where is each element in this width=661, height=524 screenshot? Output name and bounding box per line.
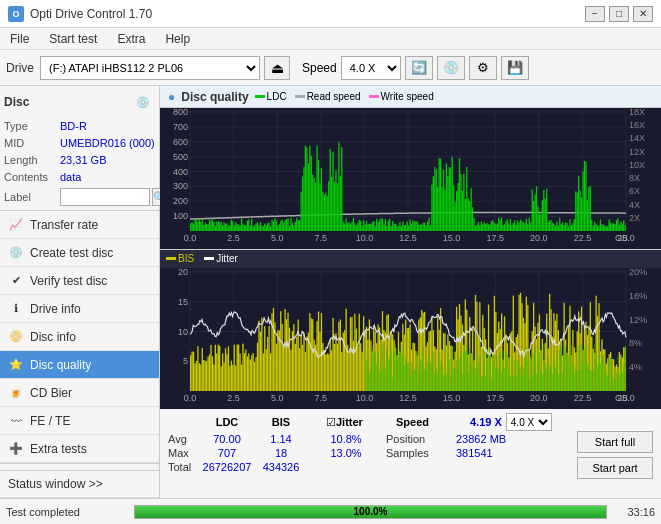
main-area: Disc 💿 Type BD-R MID UMEBDR016 (000) Len… (0, 86, 661, 498)
read-speed-label: Read speed (307, 91, 361, 102)
total-label: Total (168, 461, 198, 473)
progress-text: 100.0% (135, 506, 606, 518)
contents-label: Contents (4, 169, 58, 186)
contents-value: data (60, 169, 81, 186)
legend-read-speed: Read speed (295, 91, 361, 102)
bis-color (166, 257, 176, 260)
top-chart (160, 108, 661, 250)
sidebar-item-create-test[interactable]: 💿 Create test disc (0, 239, 159, 267)
sidebar-item-cd-bier[interactable]: 🍺 CD Bier (0, 379, 159, 407)
status-window-label: Status window >> (8, 477, 103, 491)
ldc-col-header: LDC (198, 416, 256, 428)
sidebar-item-disc-quality[interactable]: ⭐ Disc quality (0, 351, 159, 379)
verify-test-icon: ✔ (8, 273, 24, 289)
disc-title: Disc (4, 95, 29, 109)
max-ldc: 707 (198, 447, 256, 459)
total-ldc: 26726207 (198, 461, 256, 473)
jitter-col-header: Jitter (336, 416, 396, 428)
sidebar-item-label: Transfer rate (30, 218, 98, 232)
stats-table: LDC BIS ☑ Jitter Speed 4.19 X 4.0 X (168, 413, 573, 473)
pos-label: Position (386, 433, 456, 445)
disc-icon[interactable]: 💿 (131, 90, 155, 114)
ldc-chart-canvas (160, 108, 661, 249)
samples-label: Samples (386, 447, 456, 459)
bis-label: BIS (178, 253, 194, 264)
stats-total-row: Total 26726207 434326 (168, 461, 573, 473)
menu-help[interactable]: Help (159, 30, 196, 48)
sidebar-item-extra-tests[interactable]: ➕ Extra tests (0, 435, 159, 463)
sidebar: Disc 💿 Type BD-R MID UMEBDR016 (000) Len… (0, 86, 160, 498)
maximize-button[interactable]: □ (609, 6, 629, 22)
jitter-color (204, 257, 214, 260)
write-speed-color (369, 95, 379, 98)
fe-te-icon: 〰 (8, 413, 24, 429)
speed-val-header: 4.19 X (470, 416, 502, 428)
content-legend: LDC Read speed Write speed (255, 91, 434, 102)
disc-info-icon: 📀 (8, 329, 24, 345)
max-jitter: 13.0% (306, 447, 386, 459)
speed-select-header: 4.0 X (506, 413, 552, 431)
create-test-icon: 💿 (8, 245, 24, 261)
stats-bar: LDC BIS ☑ Jitter Speed 4.19 X 4.0 X (160, 408, 661, 498)
disc-button[interactable]: 💿 (437, 56, 465, 80)
start-buttons: Start full Start part (577, 413, 653, 479)
bis-col-header: BIS (256, 416, 306, 428)
extra-tests-icon: ➕ (8, 441, 24, 457)
progress-bar-container: 100.0% (134, 505, 607, 519)
legend-jitter: Jitter (204, 253, 238, 264)
cd-bier-icon: 🍺 (8, 385, 24, 401)
speed-select[interactable]: 4.0 X (341, 56, 401, 80)
menu-start-test[interactable]: Start test (43, 30, 103, 48)
status-bar: Test completed 100.0% 33:16 (0, 498, 661, 524)
mid-label: MID (4, 135, 58, 152)
app-icon: O (8, 6, 24, 22)
max-label: Max (168, 447, 198, 459)
stats-max-row: Max 707 18 13.0% Samples 381541 (168, 447, 573, 459)
start-part-button[interactable]: Start part (577, 457, 653, 479)
drive-select[interactable]: (F:) ATAPI iHBS112 2 PL06 (40, 56, 260, 80)
close-button[interactable]: ✕ (633, 6, 653, 22)
stats-avg-row: Avg 70.00 1.14 10.8% Position 23862 MB (168, 433, 573, 445)
title-bar: O Opti Drive Control 1.70 − □ ✕ (0, 0, 661, 28)
sidebar-item-fe-te[interactable]: 〰 FE / TE (0, 407, 159, 435)
eject-button[interactable]: ⏏ (264, 56, 290, 80)
length-value: 23,31 GB (60, 152, 106, 169)
settings-button[interactable]: ⚙ (469, 56, 497, 80)
legend-ldc: LDC (255, 91, 287, 102)
stats-header-row: LDC BIS ☑ Jitter Speed 4.19 X 4.0 X (168, 413, 573, 431)
speed-label: Speed (302, 61, 337, 75)
bis-chart-canvas (160, 268, 661, 409)
type-value: BD-R (60, 118, 87, 135)
sidebar-item-verify-test[interactable]: ✔ Verify test disc (0, 267, 159, 295)
menu-file[interactable]: File (4, 30, 35, 48)
sidebar-menu: 📈 Transfer rate 💿 Create test disc ✔ Ver… (0, 211, 159, 498)
avg-bis: 1.14 (256, 433, 306, 445)
sidebar-item-label: FE / TE (30, 414, 70, 428)
length-label: Length (4, 152, 58, 169)
avg-ldc: 70.00 (198, 433, 256, 445)
legend-write-speed: Write speed (369, 91, 434, 102)
content-title: Disc quality (181, 90, 248, 104)
title-bar-controls: − □ ✕ (585, 6, 653, 22)
drive-label: Drive (6, 61, 34, 75)
mid-value: UMEBDR016 (000) (60, 135, 155, 152)
save-button[interactable]: 💾 (501, 56, 529, 80)
speed-dropdown[interactable]: 4.0 X (506, 413, 552, 431)
menu-extra[interactable]: Extra (111, 30, 151, 48)
transfer-rate-icon: 📈 (8, 217, 24, 233)
write-speed-label: Write speed (381, 91, 434, 102)
sidebar-item-status-window[interactable]: Status window >> (0, 470, 159, 498)
sidebar-item-transfer-rate[interactable]: 📈 Transfer rate (0, 211, 159, 239)
label-input[interactable] (60, 188, 150, 206)
avg-jitter: 10.8% (306, 433, 386, 445)
disc-section: Disc 💿 Type BD-R MID UMEBDR016 (000) Len… (0, 86, 159, 211)
minimize-button[interactable]: − (585, 6, 605, 22)
sidebar-item-drive-info[interactable]: ℹ Drive info (0, 295, 159, 323)
sidebar-item-label: Extra tests (30, 442, 87, 456)
sidebar-item-disc-info[interactable]: 📀 Disc info (0, 323, 159, 351)
pos-value: 23862 MB (456, 433, 506, 445)
refresh-button[interactable]: 🔄 (405, 56, 433, 80)
sidebar-item-label: Create test disc (30, 246, 113, 260)
menu-bar: File Start test Extra Help (0, 28, 661, 50)
start-full-button[interactable]: Start full (577, 431, 653, 453)
